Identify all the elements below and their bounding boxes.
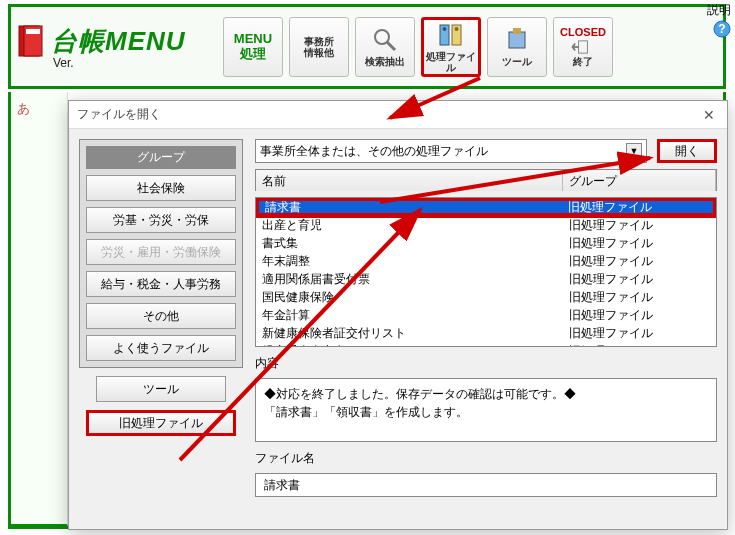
- sheet-cell-a: あ: [17, 101, 30, 116]
- dialog-title: ファイルを開く: [77, 106, 161, 123]
- scope-combobox[interactable]: 事業所全体または、その他の処理ファイル ▼: [255, 139, 647, 163]
- files-icon: [437, 21, 465, 49]
- content-line1: ◆対応を終了しました。保存データの確認は可能です。◆: [264, 385, 708, 403]
- magnifier-icon: [371, 26, 399, 54]
- chevron-down-icon[interactable]: ▼: [626, 143, 642, 159]
- svg-point-3: [375, 30, 389, 44]
- row-group: 旧処理ファイル: [563, 253, 716, 270]
- row-name: 適用関係届書受付票: [256, 271, 563, 288]
- content-label: 内容: [255, 355, 717, 372]
- list-header: 名前 グループ: [255, 169, 717, 191]
- ledger-icon: [17, 24, 47, 60]
- process-file-button[interactable]: 処理ファイル: [421, 17, 481, 77]
- group-panel: グループ 社会保険 労基・労災・労保 労災・雇用・労働保険 給与・税金・人事労務…: [79, 139, 243, 519]
- row-group: 旧処理ファイル: [563, 235, 716, 252]
- svg-rect-9: [509, 32, 525, 48]
- svg-rect-10: [513, 28, 521, 34]
- row-group: 旧処理ファイル: [563, 217, 716, 234]
- svg-text:?: ?: [718, 22, 725, 36]
- table-row[interactable]: 新健康保険者証交付リスト旧処理ファイル: [256, 324, 716, 342]
- app-menu-bar: 台帳MENU Ver. MENU 処理 事務所 情報他 検索抽出 処理ファイル …: [8, 4, 726, 89]
- group-btn-labor-ins: 労災・雇用・労働保険: [86, 239, 236, 265]
- group-btn-frequent[interactable]: よく使うファイル: [86, 335, 236, 361]
- row-name: 年末調整: [256, 253, 563, 270]
- tool-button[interactable]: ツール: [487, 17, 547, 77]
- content-line2: 「請求書」「領収書」を作成します。: [264, 403, 708, 421]
- version-label: Ver.: [53, 56, 217, 70]
- open-file-dialog: ファイルを開く ✕ グループ 社会保険 労基・労災・労保 労災・雇用・労働保険 …: [68, 100, 728, 530]
- group-btn-other[interactable]: その他: [86, 303, 236, 329]
- close-icon[interactable]: ✕: [699, 107, 719, 123]
- svg-rect-11: [579, 41, 588, 53]
- help-icon[interactable]: ?: [713, 20, 731, 38]
- row-group: 旧処理ファイル: [563, 325, 716, 342]
- row-name: 年金計算: [256, 307, 563, 324]
- row-name: 国民健康保険: [256, 289, 563, 306]
- content-box: ◆対応を終了しました。保存データの確認は可能です。◆ 「請求書」「領収書」を作成…: [255, 378, 717, 442]
- svg-point-7: [443, 27, 447, 31]
- menu-process-button[interactable]: MENU 処理: [223, 17, 283, 77]
- col-header-name[interactable]: 名前: [256, 170, 563, 191]
- group-btn-social-ins[interactable]: 社会保険: [86, 175, 236, 201]
- table-row[interactable]: 年末調整旧処理ファイル: [256, 252, 716, 270]
- group-header: グループ: [86, 146, 236, 169]
- row-group: 旧処理ファイル: [563, 307, 716, 324]
- office-info-button[interactable]: 事務所 情報他: [289, 17, 349, 77]
- svg-line-4: [387, 42, 395, 50]
- dialog-main: 事業所全体または、その他の処理ファイル ▼ 開く 名前 グループ 請求書旧処理フ…: [255, 139, 717, 519]
- filename-label: ファイル名: [255, 450, 717, 467]
- description-link[interactable]: 説明: [707, 2, 731, 19]
- row-name: 児童手当金参考リスト: [256, 343, 563, 348]
- dialog-titlebar: ファイルを開く ✕: [69, 101, 727, 129]
- col-header-group[interactable]: グループ: [563, 170, 716, 191]
- row-name: 書式集: [256, 235, 563, 252]
- table-row[interactable]: 請求書旧処理ファイル: [256, 198, 716, 216]
- svg-rect-2: [26, 29, 40, 34]
- svg-point-8: [455, 27, 459, 31]
- open-button[interactable]: 開く: [657, 139, 717, 163]
- sheet-background: あ: [8, 92, 68, 527]
- app-title: 台帳MENU: [51, 24, 186, 59]
- tool-sub-button[interactable]: ツール: [96, 376, 226, 402]
- row-group: 旧処理ファイル: [562, 199, 713, 216]
- row-name: 出産と育児: [256, 217, 563, 234]
- group-btn-labor[interactable]: 労基・労災・労保: [86, 207, 236, 233]
- group-btn-payroll[interactable]: 給与・税金・人事労務: [86, 271, 236, 297]
- row-name: 新健康保険者証交付リスト: [256, 325, 563, 342]
- combo-value: 事業所全体または、その他の処理ファイル: [260, 143, 488, 160]
- file-list[interactable]: 請求書旧処理ファイル出産と育児旧処理ファイル書式集旧処理ファイル年末調整旧処理フ…: [255, 197, 717, 347]
- tool-icon: [503, 26, 531, 54]
- table-row[interactable]: 適用関係届書受付票旧処理ファイル: [256, 270, 716, 288]
- table-row[interactable]: 児童手当金参考リスト旧処理ファイル: [256, 342, 716, 347]
- filename-value: 請求書: [255, 473, 717, 497]
- row-group: 旧処理ファイル: [563, 289, 716, 306]
- row-group: 旧処理ファイル: [563, 343, 716, 348]
- table-row[interactable]: 国民健康保険旧処理ファイル: [256, 288, 716, 306]
- search-extract-button[interactable]: 検索抽出: [355, 17, 415, 77]
- row-group: 旧処理ファイル: [563, 271, 716, 288]
- closed-exit-button[interactable]: CLOSED 終了: [553, 17, 613, 77]
- old-process-file-button[interactable]: 旧処理ファイル: [86, 410, 236, 436]
- table-row[interactable]: 書式集旧処理ファイル: [256, 234, 716, 252]
- table-row[interactable]: 年金計算旧処理ファイル: [256, 306, 716, 324]
- table-row[interactable]: 出産と育児旧処理ファイル: [256, 216, 716, 234]
- row-name: 請求書: [259, 199, 562, 216]
- exit-icon: [569, 40, 597, 54]
